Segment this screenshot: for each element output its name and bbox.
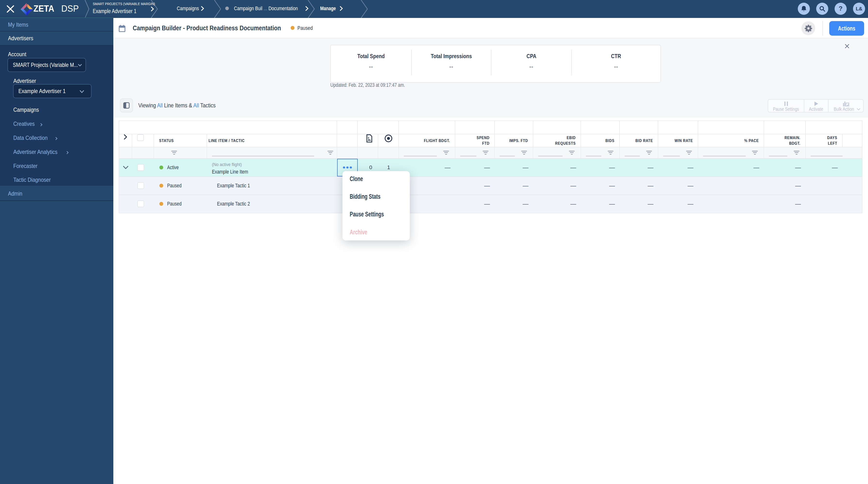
- svg-text:DSP: DSP: [61, 5, 79, 13]
- svg-text:ZETA: ZETA: [33, 5, 54, 13]
